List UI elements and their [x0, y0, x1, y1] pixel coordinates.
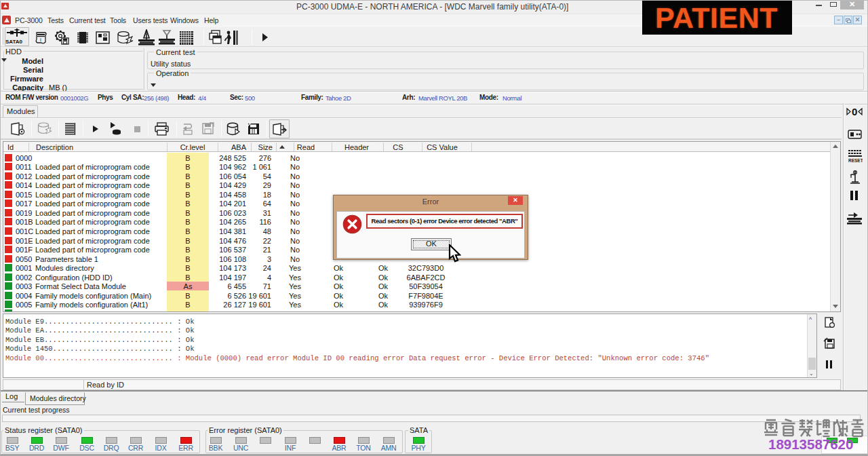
svg-text:0: 0: [852, 106, 857, 117]
svg-text:i: i: [40, 37, 41, 43]
svg-text:RESET: RESET: [848, 158, 863, 163]
